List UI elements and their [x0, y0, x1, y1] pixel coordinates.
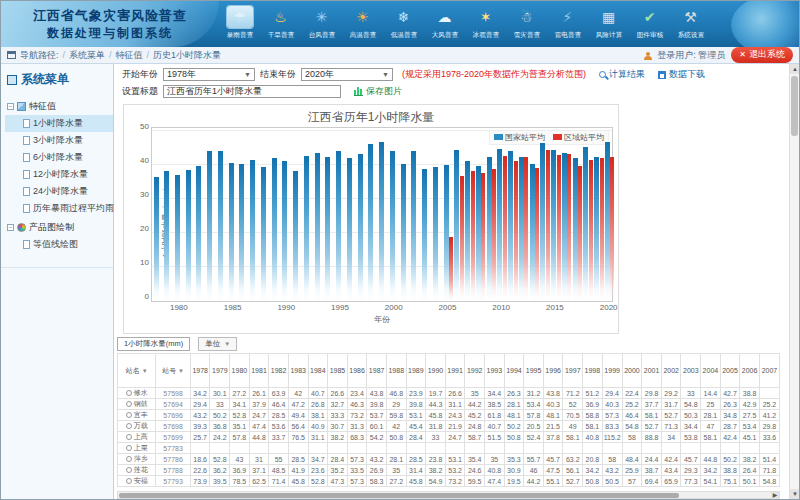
sidebar-group-0[interactable]: −特征值 [5, 98, 113, 115]
radio-icon[interactable] [126, 401, 132, 407]
radio-icon[interactable] [126, 390, 132, 396]
column-header-year-1997[interactable]: 1997 [563, 354, 583, 388]
column-header-year-1978[interactable]: 1978 [190, 354, 210, 388]
station-name-cell[interactable]: 上高 [118, 432, 156, 443]
save-image-button[interactable]: 保存图片 [354, 85, 402, 98]
column-header-year-1985[interactable]: 1985 [328, 354, 348, 388]
column-header-year-1995[interactable]: 1995 [524, 354, 544, 388]
toolbar-item-drought[interactable]: ♨干旱普查 [260, 3, 301, 47]
column-header-year-1988[interactable]: 1988 [386, 354, 406, 388]
station-name-cell[interactable]: 安福 [118, 476, 156, 487]
tree-expander-icon[interactable]: − [7, 224, 14, 231]
bar-national-2016 [562, 153, 567, 301]
sidebar-item-历年暴雨过程平均雨量[interactable]: 历年暴雨过程平均雨量 [5, 200, 113, 217]
station-name-cell[interactable]: 修水 [118, 388, 156, 399]
column-header-year-1993[interactable]: 1993 [485, 354, 505, 388]
toolbar-item-calculator[interactable]: ▦风险计算 [588, 3, 629, 47]
chart-title-input[interactable] [163, 85, 341, 98]
column-header-year-2003[interactable]: 2003 [681, 354, 701, 388]
column-header-year-1981[interactable]: 1981 [249, 354, 269, 388]
column-header-year-1998[interactable]: 1998 [583, 354, 603, 388]
value-cell: 35.2 [328, 465, 348, 476]
column-header-year-1996[interactable]: 1996 [543, 354, 563, 388]
sidebar-item-6小时降水量[interactable]: 6小时降水量 [5, 149, 113, 166]
toolbar-item-map-review[interactable]: ✔图件审核 [629, 3, 670, 47]
column-header-year-1986[interactable]: 1986 [347, 354, 367, 388]
station-name-cell[interactable]: 上栗 [118, 443, 156, 454]
unit-dropdown[interactable]: 单位▼ [198, 337, 237, 351]
data-download-button[interactable]: 数据下载 [658, 68, 705, 81]
toolbar-item-high-temp[interactable]: ☀高温普查 [342, 3, 383, 47]
column-header-year-1983[interactable]: 1983 [288, 354, 308, 388]
radio-icon[interactable] [126, 445, 132, 451]
logout-button[interactable]: ✕ 退出系统 [731, 47, 793, 63]
radio-icon[interactable] [126, 412, 132, 418]
station-name-cell[interactable]: 铜鼓 [118, 399, 156, 410]
column-header-year-2000[interactable]: 2000 [622, 354, 642, 388]
sidebar-item-24小时降水量[interactable]: 24小时降水量 [5, 183, 113, 200]
station-name-cell[interactable]: 莲花 [118, 465, 156, 476]
column-header-year-2004[interactable]: 2004 [701, 354, 721, 388]
column-header-year-1982[interactable]: 1982 [269, 354, 289, 388]
vscroll-down-arrow[interactable]: ▼ [790, 489, 799, 499]
column-header-year-1999[interactable]: 1999 [602, 354, 622, 388]
station-name-cell[interactable]: 宜丰 [118, 410, 156, 421]
sidebar-group-1[interactable]: −产品图绘制 [5, 219, 113, 236]
sidebar-item-等值线绘图[interactable]: 等值线绘图 [5, 236, 113, 253]
toolbar-item-label: 大风普查 [431, 30, 458, 40]
sidebar-item-1小时降水量[interactable]: 1小时降水量 [5, 115, 113, 132]
breadcrumb-segment[interactable]: 特征值 [116, 50, 143, 60]
breadcrumb-segment[interactable]: 系统菜单 [69, 50, 105, 60]
toolbar-item-settings[interactable]: ⚒系统设置 [670, 3, 711, 47]
column-header-year-1987[interactable]: 1987 [367, 354, 387, 388]
column-header-year-2005[interactable]: 2005 [720, 354, 740, 388]
column-header-year-1992[interactable]: 1992 [465, 354, 485, 388]
column-header-year-1989[interactable]: 1989 [406, 354, 426, 388]
column-header-year-1991[interactable]: 1991 [445, 354, 465, 388]
toolbar-item-snow[interactable]: ☃雪灾普查 [506, 3, 547, 47]
value-cell: 71.3 [661, 421, 681, 432]
horizontal-scrollbar[interactable]: ▶ [117, 491, 780, 499]
toolbar-item-hail[interactable]: ✶冰雹普查 [465, 3, 506, 47]
radio-icon[interactable] [126, 467, 132, 473]
value-cell: 20.8 [583, 454, 603, 465]
value-cell: 40.7 [485, 421, 505, 432]
sidebar-item-12小时降水量[interactable]: 12小时降水量 [5, 166, 113, 183]
radio-icon[interactable] [126, 456, 132, 462]
value-cell [465, 443, 485, 454]
station-name-cell[interactable]: 万载 [118, 421, 156, 432]
column-header-year-2001[interactable]: 2001 [642, 354, 662, 388]
column-header-year-1979[interactable]: 1979 [210, 354, 230, 388]
radio-icon[interactable] [126, 434, 132, 440]
column-header-year-2006[interactable]: 2006 [740, 354, 760, 388]
column-header-year-1984[interactable]: 1984 [308, 354, 328, 388]
radio-icon[interactable] [126, 478, 132, 484]
vertical-scrollbar[interactable]: ▲ ▼ [789, 64, 799, 499]
column-header-year-1994[interactable]: 1994 [504, 354, 524, 388]
vscroll-up-arrow[interactable]: ▲ [790, 64, 799, 74]
end-year-select[interactable]: 2020年▼ [301, 68, 393, 81]
vscroll-thumb[interactable] [791, 76, 798, 136]
hscroll-right-arrow[interactable]: ▶ [771, 492, 779, 499]
column-header-station-name[interactable]: 站名 ▼ [118, 354, 156, 388]
breadcrumb-segment[interactable]: 历史1小时降水量 [153, 50, 221, 60]
toolbar-item-low-temp[interactable]: ❄低温普查 [383, 3, 424, 47]
toolbar-item-rainstorm[interactable]: ☂暴雨普查 [219, 3, 260, 47]
value-cell: 53.1 [406, 410, 426, 421]
value-cell: 43.2 [367, 454, 387, 465]
column-header-station-id[interactable]: 站号 ▼ [156, 354, 191, 388]
column-header-year-1990[interactable]: 1990 [426, 354, 446, 388]
toolbar-item-lightning[interactable]: ⚡雷电普查 [547, 3, 588, 47]
column-header-year-2007[interactable]: 2007 [759, 354, 779, 388]
toolbar-item-typhoon[interactable]: ✳台风普查 [301, 3, 342, 47]
column-header-year-1980[interactable]: 1980 [230, 354, 250, 388]
station-name-cell[interactable]: 萍乡 [118, 454, 156, 465]
start-year-select[interactable]: 1978年▼ [163, 68, 255, 81]
calc-result-button[interactable]: 计算结果 [599, 68, 645, 81]
tree-expander-icon[interactable]: − [7, 103, 14, 110]
toolbar-item-gale[interactable]: ☁大风普查 [424, 3, 465, 47]
hscroll-thumb[interactable] [119, 493, 679, 498]
sidebar-item-3小时降水量[interactable]: 3小时降水量 [5, 132, 113, 149]
radio-icon[interactable] [126, 423, 132, 429]
column-header-year-2002[interactable]: 2002 [661, 354, 681, 388]
